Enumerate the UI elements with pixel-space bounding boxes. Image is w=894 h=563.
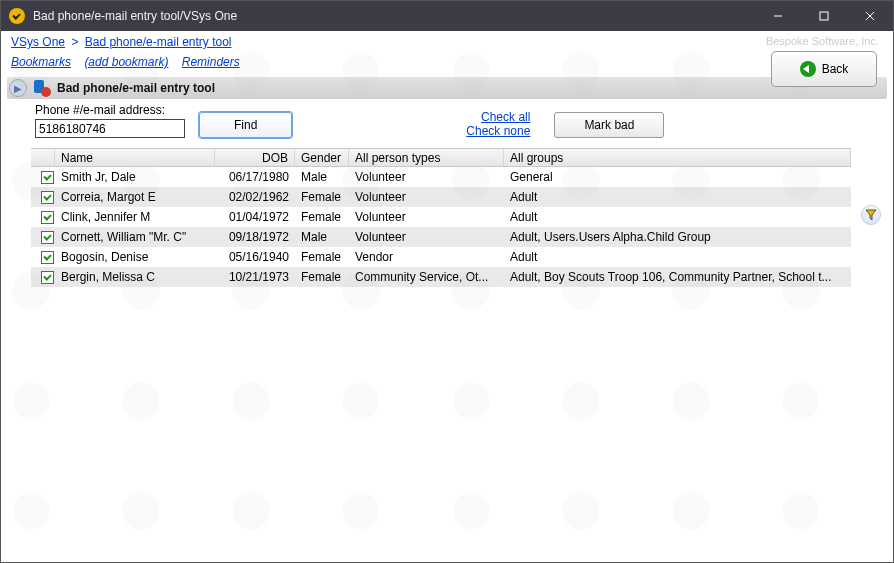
- row-checkbox[interactable]: [41, 211, 54, 224]
- results-table: Name DOB Gender All person types All gro…: [31, 148, 851, 287]
- reminders-link[interactable]: Reminders: [182, 55, 240, 69]
- cell-dob: 10/21/1973: [215, 270, 295, 284]
- close-button[interactable]: [847, 1, 893, 31]
- nav-forward-icon[interactable]: ▶: [9, 79, 27, 97]
- row-checkbox[interactable]: [41, 251, 54, 264]
- back-button-label: Back: [822, 62, 849, 76]
- row-checkbox[interactable]: [41, 191, 54, 204]
- cell-groups: Adult, Boy Scouts Troop 106, Community P…: [504, 270, 851, 284]
- cell-groups: Adult, Users.Users Alpha.Child Group: [504, 230, 851, 244]
- table-row[interactable]: Smith Jr, Dale06/17/1980MaleVolunteerGen…: [31, 167, 851, 187]
- breadcrumb-separator: >: [71, 35, 78, 49]
- cell-groups: Adult: [504, 250, 851, 264]
- row-checkbox[interactable]: [41, 271, 54, 284]
- column-dob[interactable]: DOB: [215, 149, 295, 166]
- table-row[interactable]: Clink, Jennifer M01/04/1972FemaleVolunte…: [31, 207, 851, 227]
- back-button[interactable]: Back: [771, 51, 877, 87]
- section-title: Bad phone/e-mail entry tool: [57, 81, 215, 95]
- cell-dob: 09/18/1972: [215, 230, 295, 244]
- cell-name: Bergin, Melissa C: [55, 270, 215, 284]
- table-row[interactable]: Cornett, William "Mr. C"09/18/1972MaleVo…: [31, 227, 851, 247]
- bookmarks-link[interactable]: Bookmarks: [11, 55, 71, 69]
- cell-name: Clink, Jennifer M: [55, 210, 215, 224]
- check-all-link[interactable]: Check all: [466, 110, 530, 124]
- table-row[interactable]: Bergin, Melissa C10/21/1973FemaleCommuni…: [31, 267, 851, 287]
- cell-name: Smith Jr, Dale: [55, 170, 215, 184]
- table-header: Name DOB Gender All person types All gro…: [31, 148, 851, 167]
- column-checkbox[interactable]: [31, 149, 55, 166]
- cell-types: Volunteer: [349, 230, 504, 244]
- cell-types: Volunteer: [349, 210, 504, 224]
- cell-name: Bogosin, Denise: [55, 250, 215, 264]
- row-checkbox[interactable]: [41, 231, 54, 244]
- window-title: Bad phone/e-mail entry tool/VSys One: [33, 9, 755, 23]
- check-none-link[interactable]: Check none: [466, 124, 530, 138]
- tool-icon: [33, 79, 51, 97]
- svg-rect-1: [820, 12, 828, 20]
- cell-name: Cornett, William "Mr. C": [55, 230, 215, 244]
- cell-gender: Male: [295, 170, 349, 184]
- cell-gender: Female: [295, 190, 349, 204]
- cell-dob: 06/17/1980: [215, 170, 295, 184]
- add-bookmark-link[interactable]: (add bookmark): [84, 55, 168, 69]
- row-checkbox[interactable]: [41, 171, 54, 184]
- find-button[interactable]: Find: [199, 112, 292, 138]
- cell-groups: Adult: [504, 190, 851, 204]
- breadcrumb-current-link[interactable]: Bad phone/e-mail entry tool: [85, 35, 232, 49]
- cell-gender: Male: [295, 230, 349, 244]
- phone-email-label: Phone #/e-mail address:: [35, 103, 185, 117]
- back-arrow-icon: [800, 61, 816, 77]
- column-gender[interactable]: Gender: [295, 149, 349, 166]
- cell-dob: 02/02/1962: [215, 190, 295, 204]
- column-types[interactable]: All person types: [349, 149, 504, 166]
- cell-groups: Adult: [504, 210, 851, 224]
- mark-bad-button[interactable]: Mark bad: [554, 112, 664, 138]
- column-name[interactable]: Name: [55, 149, 215, 166]
- column-groups[interactable]: All groups: [504, 149, 851, 166]
- cell-dob: 01/04/1972: [215, 210, 295, 224]
- table-row[interactable]: Correia, Margot E02/02/1962FemaleVolunte…: [31, 187, 851, 207]
- cell-gender: Female: [295, 270, 349, 284]
- cell-groups: General: [504, 170, 851, 184]
- cell-gender: Female: [295, 210, 349, 224]
- cell-types: Volunteer: [349, 170, 504, 184]
- cell-gender: Female: [295, 250, 349, 264]
- cell-name: Correia, Margot E: [55, 190, 215, 204]
- cell-types: Community Service, Ot...: [349, 270, 504, 284]
- filter-icon[interactable]: [861, 205, 881, 225]
- maximize-button[interactable]: [801, 1, 847, 31]
- breadcrumb: VSys One > Bad phone/e-mail entry tool: [11, 35, 232, 49]
- phone-email-input[interactable]: [35, 119, 185, 138]
- cell-types: Vendor: [349, 250, 504, 264]
- cell-types: Volunteer: [349, 190, 504, 204]
- minimize-button[interactable]: [755, 1, 801, 31]
- app-icon: [9, 8, 25, 24]
- vendor-watermark: Bespoke Software, Inc.: [766, 35, 883, 47]
- table-row[interactable]: Bogosin, Denise05/16/1940FemaleVendorAdu…: [31, 247, 851, 267]
- breadcrumb-root-link[interactable]: VSys One: [11, 35, 65, 49]
- cell-dob: 05/16/1940: [215, 250, 295, 264]
- section-header: ▶ Bad phone/e-mail entry tool: [7, 77, 887, 99]
- window-titlebar: Bad phone/e-mail entry tool/VSys One: [1, 1, 893, 31]
